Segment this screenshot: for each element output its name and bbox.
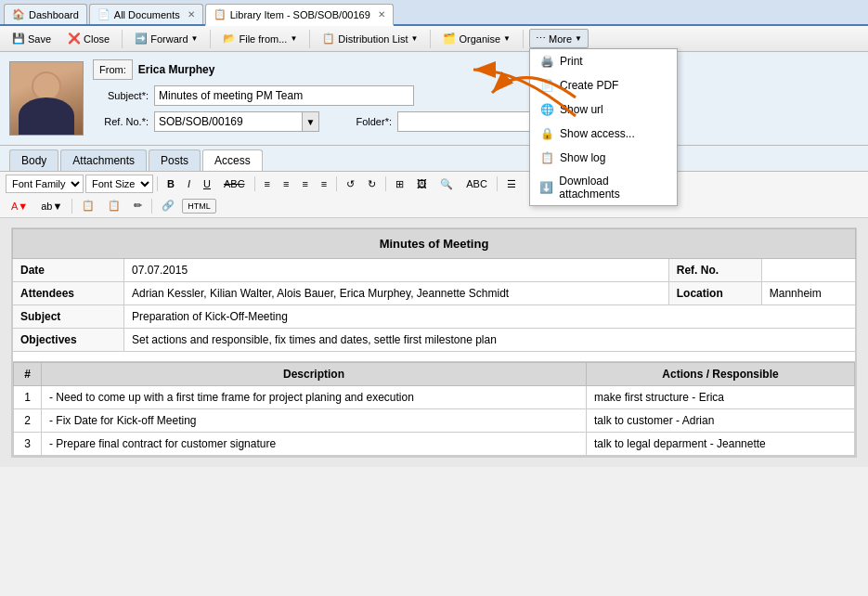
action-responsible: talk to legal deparment - Jeannette [587,433,855,456]
italic-button[interactable]: I [182,175,196,192]
list-unordered-button[interactable]: ☰ [501,175,522,193]
insert-table-button[interactable]: ⊞ [390,175,409,193]
tab-body[interactable]: Body [9,149,58,171]
subject-label: Subject*: [93,90,149,101]
tab-label-library-item: Library Item - SOB/SOB/00169 [230,9,370,20]
from-button[interactable]: From: [93,59,133,80]
form-area: From: Erica Murphey Subject*: Ref. No.*:… [0,52,868,146]
toolbar-separator-5 [523,30,524,48]
from-value: Erica Murphey [138,63,215,76]
align-left-button[interactable]: ≡ [259,175,276,192]
file-from-icon: 📂 [223,32,236,45]
dropdown-item-show-url[interactable]: 🌐 Show url [530,97,677,122]
tab-access[interactable]: Access [202,149,263,171]
tab-close-all-documents[interactable]: ✕ [188,9,195,19]
editor-sep-7 [151,199,152,214]
save-button[interactable]: 💾 Save [6,29,58,48]
editor-sep-2 [254,176,255,191]
dropdown-item-show-log[interactable]: 📋 Show log [530,146,677,170]
refno-col-value [761,259,855,282]
undo-button[interactable]: ↺ [341,175,360,193]
paste-word-button[interactable]: 📋 [102,197,126,214]
scrollable-content[interactable]: Minutes of Meeting Date 07.07.2015 Ref. … [0,218,868,467]
action-desc: - Fix Date for Kick-off Meeting [42,409,587,433]
col-header-num: # [14,363,42,386]
action-row: 3 - Prepare final contract for customer … [14,433,855,456]
tab-close-library-item[interactable]: ✕ [378,9,385,19]
dropdown-item-print[interactable]: 🖨️ Print [530,49,677,73]
find-button[interactable]: 🔍 [434,175,459,193]
refno-col-label: Ref. No. [668,259,761,282]
dropdown-item-show-access[interactable]: 🔒 Show access... [530,122,677,146]
highlight-button[interactable]: ab▼ [35,198,68,214]
subject-input[interactable] [154,85,414,106]
toolbar-separator-3 [309,30,310,48]
access-icon: 🔒 [539,126,554,141]
subject-meeting-value: Preparation of Kick-Off-Meeting [124,305,856,329]
refno-arrow[interactable]: ▼ [303,111,319,132]
paste-plain-button[interactable]: 📋 [76,197,100,214]
forward-arrow-icon: ▼ [191,34,199,43]
col-header-actions: Actions / Responsible [587,363,855,386]
align-right-button[interactable]: ≡ [296,175,313,192]
underline-button[interactable]: U [198,175,216,192]
edit-source-button[interactable]: ✏ [128,197,148,214]
subject-meeting-label: Subject [13,305,124,329]
library-item-icon: 📋 [214,8,227,20]
strikethrough-button[interactable]: ABC [218,175,251,192]
editor-sep-5 [497,176,498,191]
html-button[interactable]: HTML [182,199,216,214]
editor-sep-1 [157,176,158,191]
avatar [9,61,84,136]
redo-button[interactable]: ↻ [362,175,382,193]
objectives-row: Objectives Set actions and responsible, … [13,329,856,352]
tab-dashboard[interactable]: 🏠 Dashboard [4,4,87,24]
align-center-button[interactable]: ≡ [278,175,294,192]
font-color-button[interactable]: A▼ [6,198,33,214]
print-icon: 🖨️ [539,54,554,69]
tab-attachments[interactable]: Attachments [60,149,147,171]
organise-button[interactable]: 🗂️ Organise ▼ [436,29,517,48]
more-button[interactable]: ⋯ More ▼ [529,29,589,48]
spellcheck-button[interactable]: ABC [460,175,493,192]
dropdown-label-download-attachments: Download attachments [559,175,667,201]
insert-image-button[interactable]: 🖼 [411,175,433,192]
dropdown-item-download-attachments[interactable]: ⬇️ Download attachments [530,170,677,205]
distribution-list-button[interactable]: 📋 Distribution List ▼ [316,29,424,48]
action-desc: - Prepare final contract for customer si… [42,433,587,456]
log-icon: 📋 [539,150,554,165]
dropdown-label-print: Print [560,55,583,68]
more-dropdown-menu: 🖨️ Print 📄 Create PDF 🌐 Show url 🔒 Show … [529,48,678,206]
blank-row [13,352,856,362]
attendees-label: Attendees [13,282,124,305]
actions-header-row: # Description Actions / Responsible 1 - … [13,362,856,457]
pdf-icon: 📄 [539,78,554,93]
location-value: Mannheim [761,282,855,305]
bold-button[interactable]: B [162,175,180,192]
file-from-arrow-icon: ▼ [290,34,297,43]
action-responsible: talk to customer - Adrian [587,409,855,433]
dropdown-item-create-pdf[interactable]: 📄 Create PDF [530,73,677,97]
tab-library-item[interactable]: 📋 Library Item - SOB/SOB/00169 ✕ [205,4,394,26]
action-desc: - Need to come up with a first time fram… [42,386,587,409]
forward-button[interactable]: ➡️ Forward ▼ [128,29,204,48]
toolbar-separator-4 [430,30,431,48]
tab-posts[interactable]: Posts [149,149,201,171]
editor-sep-4 [385,176,386,191]
tab-all-documents[interactable]: 📄 All Documents ✕ [89,4,203,24]
meeting-title: Minutes of Meeting [13,229,856,259]
justify-button[interactable]: ≡ [316,175,332,192]
refno-row: Ref. No.*: ▼ Folder*: [93,111,859,132]
refno-input[interactable] [154,111,303,132]
close-button[interactable]: ❌ Close [61,29,116,48]
from-row: From: Erica Murphey [93,59,859,80]
toolbar-separator-1 [122,30,123,48]
font-size-select[interactable]: Font Size [85,175,153,193]
attendees-value: Adrian Kessler, Kilian Walter, Alois Bau… [124,282,669,305]
file-from-button[interactable]: 📂 File from... ▼ [216,29,304,48]
font-family-select[interactable]: Font Family [6,175,84,193]
link-button[interactable]: 🔗 [156,197,180,214]
refno-label: Ref. No.*: [93,116,149,127]
tab-label-all-documents: All Documents [114,9,180,20]
forward-icon: ➡️ [135,32,148,45]
